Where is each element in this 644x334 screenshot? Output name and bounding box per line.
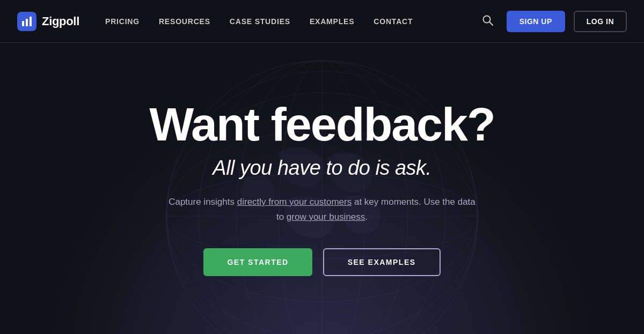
nav-item-resources[interactable]: RESOURCES [159,17,210,26]
svg-line-4 [489,21,492,25]
hero-subtitle: All you have to do is ask. [213,157,431,180]
navbar: Zigpoll PRICING RESOURCES CASE STUDIES E… [0,0,644,43]
nav-item-contact[interactable]: CONTACT [374,17,413,26]
nav-right: SIGN UP LOG IN [482,11,627,32]
signup-button[interactable]: SIGN UP [507,11,565,32]
see-examples-button[interactable]: SEE EXAMPLES [323,248,441,276]
nav-item-examples[interactable]: EXAMPLES [310,17,354,26]
svg-rect-0 [22,21,24,26]
hero-buttons: GET STARTED SEE EXAMPLES [203,248,440,276]
search-icon[interactable] [482,14,494,28]
nav-links: PRICING RESOURCES CASE STUDIES EXAMPLES … [105,17,482,26]
svg-rect-1 [26,19,28,26]
brand-name: Zigpoll [42,14,79,28]
desc-text-1: Capture insights [169,197,237,207]
hero-title: Want feedback? [149,101,495,148]
login-button[interactable]: LOG IN [574,11,627,32]
desc-text-3: . [365,212,368,222]
hero-content: Want feedback? All you have to do is ask… [149,101,495,276]
get-started-button[interactable]: GET STARTED [203,248,312,276]
logo-svg [21,16,33,27]
nav-item-pricing[interactable]: PRICING [105,17,140,26]
hero-description: Capture insights directly from your cust… [166,195,478,225]
svg-rect-2 [30,17,32,26]
nav-item-case-studies[interactable]: CASE STUDIES [230,17,290,26]
desc-link-1: directly from your customers [237,197,352,207]
hero-section: Want feedback? All you have to do is ask… [0,43,644,334]
logo[interactable]: Zigpoll [17,12,79,31]
desc-link-2: grow your business [287,212,365,222]
logo-icon [17,12,36,31]
